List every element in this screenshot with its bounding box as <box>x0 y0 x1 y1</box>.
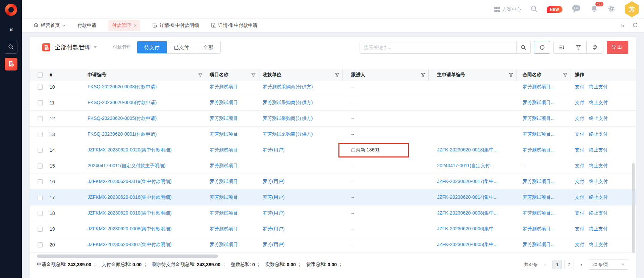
sidebar-item-payment-app[interactable]: ¥ <box>5 58 17 71</box>
contract-link[interactable]: 罗芳测试项目... <box>523 242 555 248</box>
pay-action-link[interactable]: 支付 <box>575 163 584 169</box>
message-icon[interactable] <box>572 4 581 14</box>
contract-link[interactable]: 罗芳测试项目... <box>523 226 555 232</box>
notification-bell[interactable]: 93 <box>590 4 598 14</box>
stop-pay-action-link[interactable]: 终止支付 <box>589 242 608 248</box>
project-link[interactable]: 罗芳测试项目 <box>210 115 238 122</box>
chevron-down-icon[interactable] <box>94 46 97 48</box>
close-tab-icon[interactable]: × <box>134 23 137 28</box>
tab-payment-management[interactable]: 付款管理 × <box>108 20 140 31</box>
pay-action-link[interactable]: 支付 <box>575 131 584 137</box>
pay-action-link[interactable]: 支付 <box>575 179 584 185</box>
filter-button[interactable] <box>570 41 587 53</box>
project-link[interactable]: 罗芳测试项目 <box>210 242 238 248</box>
stop-pay-action-link[interactable]: 终止支付 <box>589 163 608 169</box>
filter-tab-pending[interactable]: 待支付 <box>137 41 167 53</box>
main-apply-no-link[interactable]: JZFK-20230620-0005(集中... <box>437 242 498 248</box>
filter-tab-all[interactable]: 全部 <box>196 41 220 53</box>
refresh-tabs-icon[interactable] <box>632 22 638 29</box>
row-checkbox[interactable] <box>38 242 43 247</box>
page-button-1[interactable]: 1 <box>552 260 562 269</box>
sidebar-search-button[interactable] <box>5 41 17 54</box>
contract-link[interactable]: 罗芳测试项目... <box>523 84 555 90</box>
select-all-checkbox[interactable] <box>38 73 43 78</box>
project-link[interactable]: 罗芳测试项目 <box>210 226 238 232</box>
payee-link[interactable]: 罗芳(用户) <box>263 242 284 248</box>
pay-action-link[interactable]: 支付 <box>575 147 584 153</box>
filter-icon-project[interactable] <box>251 73 256 77</box>
row-checkbox[interactable] <box>38 195 43 200</box>
row-checkbox[interactable] <box>38 85 43 90</box>
main-apply-no-link[interactable]: JZFK-20230620-0006(集中... <box>437 226 498 232</box>
pay-action-link[interactable]: 支付 <box>575 115 584 122</box>
tab-home[interactable]: 经营首页 <box>34 22 65 29</box>
payee-link[interactable]: 罗芳测试采购商(分供方) <box>263 100 313 106</box>
main-apply-no-link[interactable]: 20240417-0011(自定义付... <box>437 163 494 169</box>
pay-action-link[interactable]: 支付 <box>575 210 584 216</box>
contract-link[interactable]: 罗芳测试项目... <box>523 210 555 216</box>
filter-tab-paid[interactable]: 已支付 <box>167 41 196 53</box>
page-size-select[interactable]: 20 条/页 <box>589 260 628 270</box>
row-checkbox[interactable] <box>38 100 43 105</box>
apply-no-link[interactable]: FKSQ-20230620-0006(付款申请) <box>88 100 157 106</box>
payee-link[interactable]: 罗芳测试采购商(分供方) <box>263 84 313 90</box>
next-page-button[interactable]: › <box>577 260 586 269</box>
contract-link[interactable]: 罗芳测试项目... <box>523 131 555 137</box>
row-checkbox[interactable] <box>38 132 43 137</box>
apply-no-link[interactable]: JZFKMX-20230620-0019(集中付款明细) <box>88 179 172 185</box>
contract-link[interactable]: 罗芳测试项目... <box>523 115 555 122</box>
view-title[interactable]: 全部付款管理 <box>55 43 91 51</box>
project-link[interactable]: 罗芳测试项目 <box>210 194 238 200</box>
row-checkbox[interactable] <box>38 148 43 153</box>
tab-detail-payment-detail[interactable]: 详情-集中付款明细 <box>152 22 199 29</box>
stop-pay-action-link[interactable]: 终止支付 <box>589 194 608 200</box>
stop-pay-action-link[interactable]: 终止支付 <box>589 210 608 216</box>
project-link[interactable]: 罗芳测试项目 <box>210 131 238 137</box>
filter-icon-apply-no[interactable] <box>198 73 203 77</box>
stop-pay-action-link[interactable]: 终止支付 <box>589 115 608 122</box>
project-link[interactable]: 罗芳测试项目 <box>210 179 238 185</box>
stop-pay-action-link[interactable]: 终止支付 <box>589 179 608 185</box>
settings-gear-icon[interactable] <box>607 5 615 14</box>
tab-payment-request[interactable]: 付款申请 <box>77 22 96 29</box>
payee-link[interactable]: 罗芳测试采购商(分供方) <box>263 131 313 137</box>
apply-no-link[interactable]: FKSQ-20230620-0001(付款申请) <box>88 131 157 137</box>
filter-icon-main-apply-no[interactable] <box>509 73 513 77</box>
payee-link[interactable]: 罗芳测试采购商(分供方) <box>263 115 313 122</box>
apply-no-link[interactable]: JZFKMX-20230620-0016(集中付款明细) <box>88 194 172 200</box>
project-link[interactable]: 罗芳测试项目 <box>210 147 238 153</box>
contract-link[interactable]: 罗芳测试项目... <box>523 179 555 185</box>
payee-link[interactable]: 罗芳(用户) <box>263 194 284 200</box>
main-apply-no-link[interactable]: JZFK-20230620-0008(集中... <box>437 210 498 216</box>
scheme-center-button[interactable]: 方案中心 <box>494 6 521 12</box>
stop-pay-action-link[interactable]: 终止支付 <box>589 147 608 153</box>
pay-action-link[interactable]: 支付 <box>575 194 584 200</box>
pay-action-link[interactable]: 支付 <box>575 84 584 90</box>
user-avatar[interactable]: 芳 <box>625 1 639 17</box>
row-checkbox[interactable] <box>38 179 43 184</box>
tab-detail-payment-request[interactable]: 详情-集中付款申请 <box>211 22 258 29</box>
apply-no-link[interactable]: JZFKMX-20230620-0007(集中付款明细) <box>88 242 172 248</box>
apply-no-link[interactable]: 20240417-0011(自定义付款主子明细) <box>88 163 165 169</box>
collapse-sidebar-icon[interactable]: « <box>0 26 22 33</box>
apply-no-link[interactable]: JZFKMX-20230620-0020(集中付款明细) <box>88 147 172 153</box>
stop-pay-action-link[interactable]: 终止支付 <box>589 226 608 232</box>
refresh-button[interactable] <box>534 41 550 54</box>
contract-link[interactable]: 罗芳测试项目... <box>523 194 555 200</box>
row-checkbox[interactable] <box>38 116 43 121</box>
stop-pay-action-link[interactable]: 终止支付 <box>589 100 608 106</box>
prev-page-button[interactable]: ‹ <box>540 260 550 269</box>
apply-no-link[interactable]: FKSQ-20230620-0008(付款申请) <box>88 84 157 90</box>
stop-pay-action-link[interactable]: 终止支付 <box>589 84 608 90</box>
pay-action-link[interactable]: 支付 <box>575 100 584 106</box>
contract-link[interactable]: -- <box>523 163 526 169</box>
apply-no-link[interactable]: FKSQ-20230620-0005(付款申请) <box>88 115 157 122</box>
pay-action-link[interactable]: 支付 <box>575 242 584 248</box>
column-settings-button[interactable] <box>587 41 603 53</box>
payee-link[interactable]: 罗芳(用户) <box>263 210 284 216</box>
main-apply-no-link[interactable]: JZFK-20230620-0018(集中... <box>437 147 498 153</box>
export-button[interactable]: 导出 <box>607 41 628 54</box>
row-checkbox[interactable] <box>38 164 43 169</box>
main-apply-no-link[interactable]: JZFK-20230620-0014(集中... <box>437 194 498 200</box>
project-link[interactable]: 罗芳测试项目 <box>210 210 238 216</box>
